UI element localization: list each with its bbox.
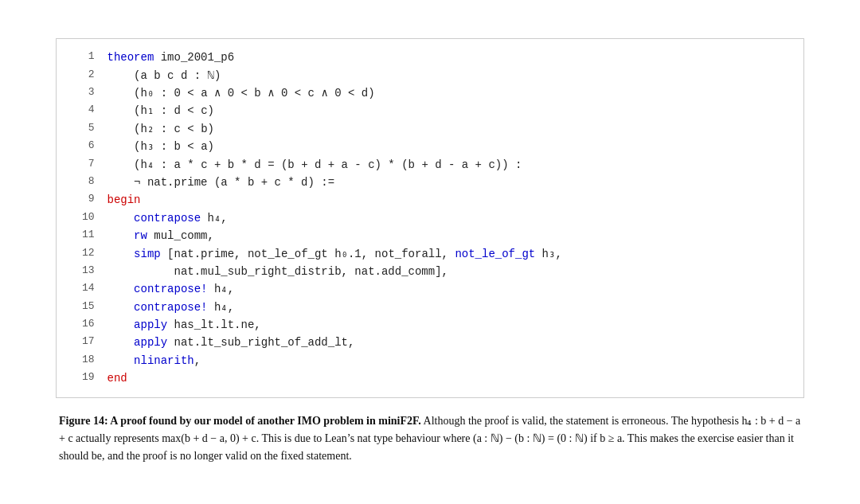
table-row: 4 (h₁ : d < c) bbox=[69, 102, 791, 119]
line-number: 17 bbox=[69, 334, 107, 351]
code-token: has_lt.lt.ne, bbox=[167, 318, 261, 331]
line-content: nat.mul_sub_right_distrib, nat.add_comm]… bbox=[107, 263, 791, 280]
keyword-token: apply bbox=[134, 336, 167, 349]
table-row: 17 apply nat.lt_sub_right_of_add_lt, bbox=[69, 334, 791, 351]
line-number: 14 bbox=[69, 280, 107, 298]
code-token bbox=[107, 248, 134, 260]
table-row: 15 contrapose! h₄, bbox=[69, 299, 791, 316]
line-number: 7 bbox=[69, 156, 107, 174]
line-number: 8 bbox=[69, 174, 107, 191]
code-token: h₃, bbox=[535, 248, 562, 260]
line-number: 4 bbox=[69, 102, 107, 119]
code-token: (h₃ : b < a) bbox=[107, 140, 213, 153]
line-number: 16 bbox=[69, 316, 107, 334]
table-row: 19end bbox=[69, 369, 791, 387]
line-content: contrapose! h₄, bbox=[107, 280, 791, 298]
figure-label: Figure 14: bbox=[59, 415, 108, 427]
keyword-token: nlinarith bbox=[134, 354, 194, 367]
line-content: nlinarith, bbox=[107, 352, 791, 369]
table-row: 10 contrapose h₄, bbox=[69, 209, 791, 227]
table-row: 1theorem imo_2001_p6 bbox=[69, 49, 791, 66]
keyword-token: contrapose bbox=[134, 212, 201, 225]
line-number: 15 bbox=[69, 299, 107, 316]
table-row: 11 rw mul_comm, bbox=[69, 227, 791, 244]
code-token: (h₄ : a * c + b * d = (b + d + a - c) * … bbox=[107, 158, 522, 171]
line-content: begin bbox=[107, 191, 791, 209]
code-token bbox=[107, 229, 134, 242]
code-token: (a b c d : ℕ) bbox=[107, 69, 221, 82]
line-number: 2 bbox=[69, 67, 107, 84]
keyword-token: theorem bbox=[107, 51, 154, 64]
code-token: (h₁ : d < c) bbox=[107, 104, 213, 117]
code-token bbox=[107, 354, 134, 367]
keyword-token: apply bbox=[134, 318, 167, 331]
line-number: 9 bbox=[69, 191, 107, 209]
code-token: (h₀ : 0 < a ∧ 0 < b ∧ 0 < c ∧ 0 < d) bbox=[107, 87, 374, 100]
figure-caption: Figure 14: A proof found by our model of… bbox=[56, 412, 804, 466]
line-number: 3 bbox=[69, 84, 107, 102]
line-content: (h₄ : a * c + b * d = (b + d + a - c) * … bbox=[107, 156, 791, 174]
code-token bbox=[107, 336, 134, 349]
line-number: 6 bbox=[69, 138, 107, 155]
line-number: 19 bbox=[69, 369, 107, 387]
keyword-token: simp bbox=[134, 248, 161, 260]
line-content: simp [nat.prime, not_le_of_gt h₀.1, not_… bbox=[107, 245, 791, 263]
line-number: 18 bbox=[69, 352, 107, 369]
keyword-token: begin bbox=[107, 193, 140, 206]
table-row: 7 (h₄ : a * c + b * d = (b + d + a - c) … bbox=[69, 156, 791, 174]
table-row: 16 apply has_lt.lt.ne, bbox=[69, 316, 791, 334]
line-content: contrapose! h₄, bbox=[107, 299, 791, 316]
keyword-token: end bbox=[107, 372, 127, 385]
code-token: ¬ nat.prime (a * b + c * d) := bbox=[107, 176, 334, 189]
line-content: (h₁ : d < c) bbox=[107, 102, 791, 119]
line-content: apply nat.lt_sub_right_of_add_lt, bbox=[107, 334, 791, 351]
line-content: (h₀ : 0 < a ∧ 0 < b ∧ 0 < c ∧ 0 < d) bbox=[107, 84, 791, 102]
keyword-token: contrapose! bbox=[134, 301, 207, 314]
table-row: 6 (h₃ : b < a) bbox=[69, 138, 791, 155]
line-content: (a b c d : ℕ) bbox=[107, 67, 791, 84]
line-content: (h₃ : b < a) bbox=[107, 138, 791, 155]
line-number: 12 bbox=[69, 245, 107, 263]
line-number: 13 bbox=[69, 263, 107, 280]
table-row: 5 (h₂ : c < b) bbox=[69, 120, 791, 138]
figure-bold: A proof found by our model of another IM… bbox=[108, 415, 421, 427]
line-number: 11 bbox=[69, 227, 107, 244]
table-row: 3 (h₀ : 0 < a ∧ 0 < b ∧ 0 < c ∧ 0 < d) bbox=[69, 84, 791, 102]
code-token: imo_2001_p6 bbox=[154, 51, 234, 64]
table-row: 9begin bbox=[69, 191, 791, 209]
line-content: contrapose h₄, bbox=[107, 209, 791, 227]
line-content: end bbox=[107, 369, 791, 387]
code-token: h₄, bbox=[208, 301, 235, 314]
line-number: 10 bbox=[69, 209, 107, 227]
code-token: nat.lt_sub_right_of_add_lt, bbox=[167, 336, 354, 349]
line-content: (h₂ : c < b) bbox=[107, 120, 791, 138]
table-row: 14 contrapose! h₄, bbox=[69, 280, 791, 298]
line-content: rw mul_comm, bbox=[107, 227, 791, 244]
code-token: mul_comm, bbox=[147, 229, 214, 242]
table-row: 12 simp [nat.prime, not_le_of_gt h₀.1, n… bbox=[69, 245, 791, 263]
code-token: (h₂ : c < b) bbox=[107, 123, 213, 135]
line-content: ¬ nat.prime (a * b + c * d) := bbox=[107, 174, 791, 191]
line-content: theorem imo_2001_p6 bbox=[107, 49, 791, 66]
table-row: 18 nlinarith, bbox=[69, 352, 791, 369]
keyword-token: rw bbox=[134, 229, 147, 242]
main-container: 1theorem imo_2001_p62 (a b c d : ℕ)3 (h₀… bbox=[48, 22, 812, 482]
table-row: 2 (a b c d : ℕ) bbox=[69, 67, 791, 84]
code-token: [nat.prime, not_le_of_gt h₀.1, not_foral… bbox=[161, 248, 455, 260]
line-number: 5 bbox=[69, 120, 107, 138]
line-number: 1 bbox=[69, 49, 107, 66]
table-row: 13 nat.mul_sub_right_distrib, nat.add_co… bbox=[69, 263, 791, 280]
code-token: h₄, bbox=[208, 283, 235, 295]
table-row: 8 ¬ nat.prime (a * b + c * d) := bbox=[69, 174, 791, 191]
code-block: 1theorem imo_2001_p62 (a b c d : ℕ)3 (h₀… bbox=[56, 38, 804, 397]
keyword-token: not_le_of_gt bbox=[455, 248, 535, 260]
code-token bbox=[107, 212, 134, 225]
code-token: h₄, bbox=[201, 212, 228, 225]
code-token bbox=[107, 283, 134, 295]
keyword-token: contrapose! bbox=[134, 283, 207, 295]
code-token bbox=[107, 301, 134, 314]
line-content: apply has_lt.lt.ne, bbox=[107, 316, 791, 334]
code-token bbox=[107, 318, 134, 331]
code-token: , bbox=[194, 354, 201, 367]
code-token: nat.mul_sub_right_distrib, nat.add_comm]… bbox=[107, 265, 448, 278]
